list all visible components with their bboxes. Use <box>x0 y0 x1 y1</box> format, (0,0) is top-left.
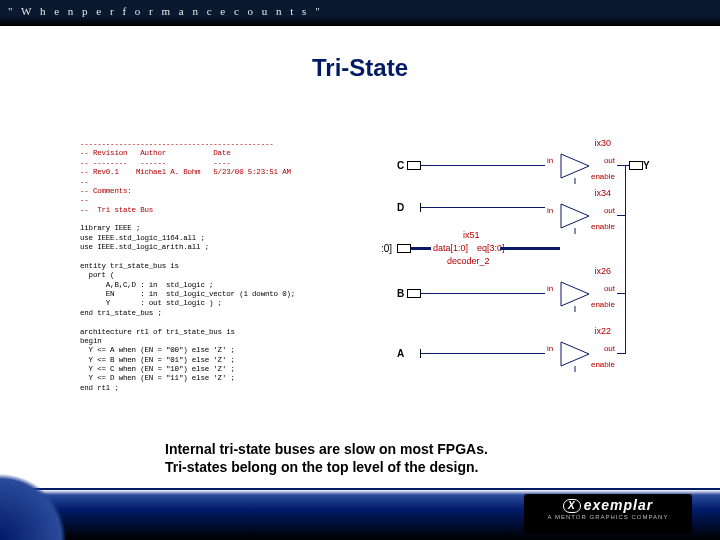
bullet-line: Tri-states belong on the top level of th… <box>165 458 645 476</box>
bus-wire <box>500 247 560 250</box>
wire <box>421 293 545 294</box>
port-pad <box>397 244 411 253</box>
logo-subtitle: A MENTOR GRAPHICS COMPANY <box>524 514 692 520</box>
wire <box>617 293 625 294</box>
wire <box>617 353 625 354</box>
wire <box>421 207 545 208</box>
buffer-ix26: ix26 in out enable <box>545 278 617 322</box>
wire <box>617 215 625 216</box>
in-label: in <box>547 344 553 353</box>
wire <box>625 165 626 354</box>
out-label: out <box>604 284 615 293</box>
bullet-line: Internal tri-state buses are slow on mos… <box>165 440 645 458</box>
decoder-data-label: data[1:0] <box>433 243 468 253</box>
signal-b: B <box>397 288 404 299</box>
slide-bullets: Internal tri-state buses are slow on mos… <box>165 440 645 476</box>
signal-c: C <box>397 160 404 171</box>
wire <box>421 353 545 354</box>
signal-a: A <box>397 348 404 359</box>
port-pad <box>407 203 421 212</box>
buffer-name: ix26 <box>594 266 611 276</box>
logo-brand: Xexemplar <box>524 497 692 513</box>
code-body: library IEEE ; use IEEE.std_logic_1164.a… <box>80 224 295 391</box>
svg-marker-0 <box>561 154 589 178</box>
buffer-name: ix22 <box>594 326 611 336</box>
svg-marker-2 <box>561 204 589 228</box>
exemplar-logo: Xexemplar A MENTOR GRAPHICS COMPANY <box>524 494 692 534</box>
svg-marker-4 <box>561 282 589 306</box>
top-tagline: " W h e n p e r f o r m a n c e c o u n … <box>8 5 323 17</box>
decoder-type: decoder_2 <box>447 256 490 266</box>
logo-mark-icon: X <box>563 499 581 513</box>
buffer-name: ix34 <box>594 188 611 198</box>
port-pad <box>407 289 421 298</box>
slide-content: ----------------------------------------… <box>80 140 640 420</box>
slide-title: Tri-State <box>0 54 720 82</box>
out-label: out <box>604 156 615 165</box>
in-label: in <box>547 284 553 293</box>
wire <box>421 165 545 166</box>
decorative-corner <box>0 450 90 540</box>
out-label: out <box>604 206 615 215</box>
out-label: out <box>604 344 615 353</box>
in-label: in <box>547 156 553 165</box>
port-pad <box>407 161 421 170</box>
signal-d: D <box>397 202 404 213</box>
tristate-icon <box>559 340 599 374</box>
port-pad <box>629 161 643 170</box>
logo-brand-text: exemplar <box>584 497 653 513</box>
signal-en-bus: :0] <box>381 243 392 254</box>
buffer-ix22: ix22 in out enable <box>545 338 617 382</box>
svg-marker-6 <box>561 342 589 366</box>
buffer-name: ix30 <box>594 138 611 148</box>
tristate-icon <box>559 280 599 314</box>
decoder-instance: ix51 <box>463 230 480 240</box>
bus-wire <box>411 247 431 250</box>
tristate-icon <box>559 202 599 236</box>
top-tagline-bar: " W h e n p e r f o r m a n c e c o u n … <box>0 0 720 26</box>
wire <box>617 165 629 166</box>
slide-footer: Xexemplar A MENTOR GRAPHICS COMPANY <box>0 488 720 540</box>
signal-y: Y <box>643 160 650 171</box>
port-pad <box>407 349 421 358</box>
code-header: ----------------------------------------… <box>80 140 291 214</box>
tristate-icon <box>559 152 599 186</box>
buffer-ix34: ix34 in out enable <box>545 200 617 244</box>
in-label: in <box>547 206 553 215</box>
vhdl-code: ----------------------------------------… <box>80 140 335 393</box>
schematic-diagram: ix30 in out enable ix34 in out enable ix… <box>335 130 655 410</box>
